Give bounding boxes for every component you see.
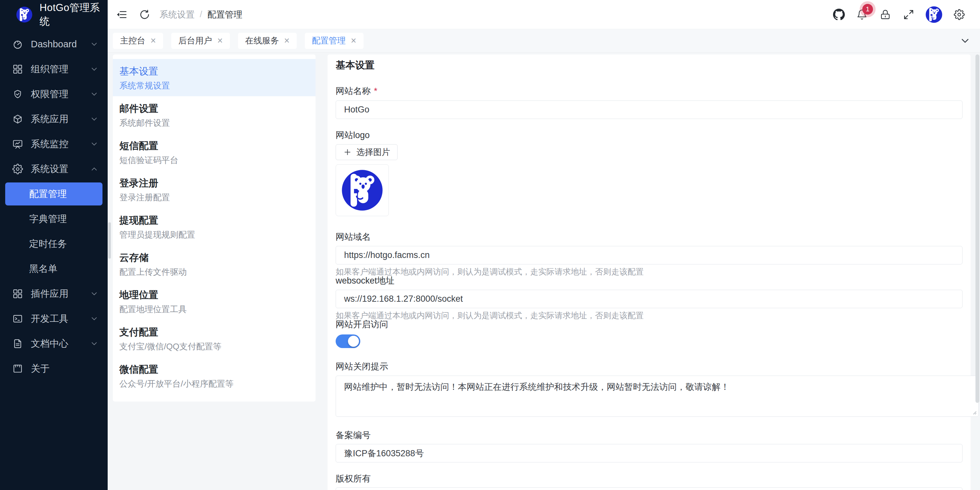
required-asterisk: * [374,86,377,97]
site-name-label: 网站名称 [336,86,371,97]
sidebar-item-about[interactable]: 关于 [0,356,108,381]
sidebar-item-label: 黑名单 [29,263,57,276]
close-icon[interactable]: × [217,36,223,45]
settings-nav-title: 基本设置 [119,65,309,77]
tab-label: 主控台 [120,35,145,46]
document-icon [12,338,23,349]
settings-nav-mail[interactable]: 邮件设置 系统邮件设置 [113,96,315,133]
close-icon[interactable]: × [351,36,356,45]
main-scrollbar[interactable] [975,54,979,403]
tab-console[interactable]: 主控台 × [113,33,163,49]
copyright-input[interactable] [336,487,963,490]
app-title: HotGo管理系统 [40,1,108,28]
sidebar-item-dev-tools[interactable]: 开发工具 [0,306,108,331]
settings-nav-title: 提现配置 [119,214,309,226]
github-icon[interactable] [833,8,845,21]
settings-nav-subtitle: 系统常规设置 [119,80,309,91]
sidebar-item-config-management[interactable]: 配置管理 [5,182,102,205]
sidebar-item-doc-center[interactable]: 文档中心 [0,331,108,356]
sidebar-item-scheduled-tasks[interactable]: 定时任务 [0,232,108,256]
chevron-down-icon [90,289,99,298]
choose-image-label: 选择图片 [356,146,390,158]
refresh-icon[interactable] [138,8,151,21]
domain-input[interactable] [336,246,963,265]
close-tip-label: 网站关闭提示 [336,361,963,372]
basic-settings-form: 基本设置 网站名称 * 网站logo 选择图片 网站域名 [328,54,970,490]
sidebar-item-label: 系统监控 [31,138,68,151]
chevron-down-icon [90,140,99,148]
notification-bell-icon[interactable]: 1 [856,8,869,21]
sidebar-item-plugin-app[interactable]: 插件应用 [0,281,108,306]
icp-input[interactable] [336,444,963,463]
chevron-down-icon [90,165,99,173]
breadcrumb-parent[interactable]: 系统设置 [159,9,194,21]
sidebar-item-label: 定时任务 [29,238,67,251]
tabs-chevron-down-icon[interactable] [959,35,971,47]
sidebar-item-label: 插件应用 [31,287,68,300]
tabstrip: 主控台 × 后台用户 × 在线服务 × 配置管理 × [108,29,980,52]
sidebar: HotGo管理系统 Dashboard 组织管理 [0,0,108,490]
settings-nav-subtitle: 配置地理位置工具 [119,304,309,315]
choose-image-button[interactable]: 选择图片 [336,144,398,160]
settings-nav-title: 云存储 [119,252,309,263]
sidebar-item-system-monitor[interactable]: 系统监控 [0,132,108,157]
sidebar-item-blacklist[interactable]: 黑名单 [0,256,108,281]
settings-nav-cloud-storage[interactable]: 云存储 配置上传文件驱动 [113,245,315,282]
sidebar-item-system-app[interactable]: 系统应用 [0,106,108,132]
sidebar-item-permission[interactable]: 权限管理 [0,82,108,106]
panel-scrollbar[interactable] [108,222,111,258]
tab-online-service[interactable]: 在线服务 × [238,33,297,49]
sidebar-nav: Dashboard 组织管理 权限管理 [0,32,108,381]
lock-icon[interactable] [879,8,892,21]
toggle-knob [348,336,359,347]
site-access-toggle[interactable] [336,335,360,348]
settings-nav-title: 地理位置 [119,289,309,301]
sidebar-item-label: 系统设置 [31,163,68,176]
settings-nav-payment[interactable]: 支付配置 支付宝/微信/QQ支付配置等 [113,320,315,357]
close-icon[interactable]: × [284,36,290,45]
settings-nav-login-register[interactable]: 登录注册 登录注册配置 [113,171,315,208]
site-logo-preview [336,164,389,216]
site-access-label: 网站开启访问 [336,319,963,330]
tab-label: 后台用户 [178,35,212,46]
close-tip-textarea[interactable]: 网站维护中，暂时无法访问！本网站正在进行系统维护和技术升级，网站暂时无法访问，敬… [336,376,979,417]
websocket-label: websocket地址 [336,275,963,286]
app-logo[interactable]: HotGo管理系统 [0,0,108,29]
hotgo-koala-logo-icon [342,170,383,211]
user-avatar[interactable] [926,6,942,23]
sidebar-item-label: 文档中心 [31,337,68,350]
plus-icon [343,148,352,157]
tab-config-management[interactable]: 配置管理 × [305,33,364,49]
chevron-down-icon [90,115,99,124]
settings-nav-sms[interactable]: 短信配置 短信验证码平台 [113,133,315,171]
settings-nav-subtitle: 管理员提现规则配置 [119,230,309,240]
domain-label: 网站域名 [336,232,963,243]
copyright-label: 版权所有 [336,473,963,484]
menu-fold-icon[interactable] [115,8,129,21]
topbar: 系统设置 / 配置管理 1 [108,0,980,29]
tab-label: 在线服务 [245,35,279,46]
tab-admin-users[interactable]: 后台用户 × [171,33,230,49]
settings-gear-icon[interactable] [953,8,966,21]
gear-icon [12,164,23,174]
settings-nav-subtitle: 登录注册配置 [119,192,309,203]
sidebar-item-dashboard[interactable]: Dashboard [0,32,108,57]
site-name-input[interactable] [336,100,963,119]
sidebar-item-label: 配置管理 [29,188,67,201]
resize-grip-icon[interactable] [972,410,977,415]
settings-nav-wechat[interactable]: 微信配置 公众号/开放平台/小程序配置等 [113,357,315,395]
settings-nav-basic[interactable]: 基本设置 系统常规设置 [113,59,315,96]
sidebar-item-system-settings[interactable]: 系统设置 [0,157,108,181]
open-tabs: 主控台 × 后台用户 × 在线服务 × 配置管理 × [113,33,364,49]
sidebar-item-label: 系统应用 [31,113,68,126]
close-icon[interactable]: × [151,36,156,45]
settings-nav-withdraw[interactable]: 提现配置 管理员提现规则配置 [113,208,315,245]
sidebar-item-label: 权限管理 [31,88,68,101]
settings-nav-geo-location[interactable]: 地理位置 配置地理位置工具 [113,282,315,320]
breadcrumb: 系统设置 / 配置管理 [159,9,243,21]
websocket-input[interactable] [336,290,963,308]
grid-icon [12,64,23,75]
fullscreen-icon[interactable] [902,8,915,21]
sidebar-item-organization[interactable]: 组织管理 [0,57,108,82]
sidebar-item-dict-management[interactable]: 字典管理 [0,206,108,232]
